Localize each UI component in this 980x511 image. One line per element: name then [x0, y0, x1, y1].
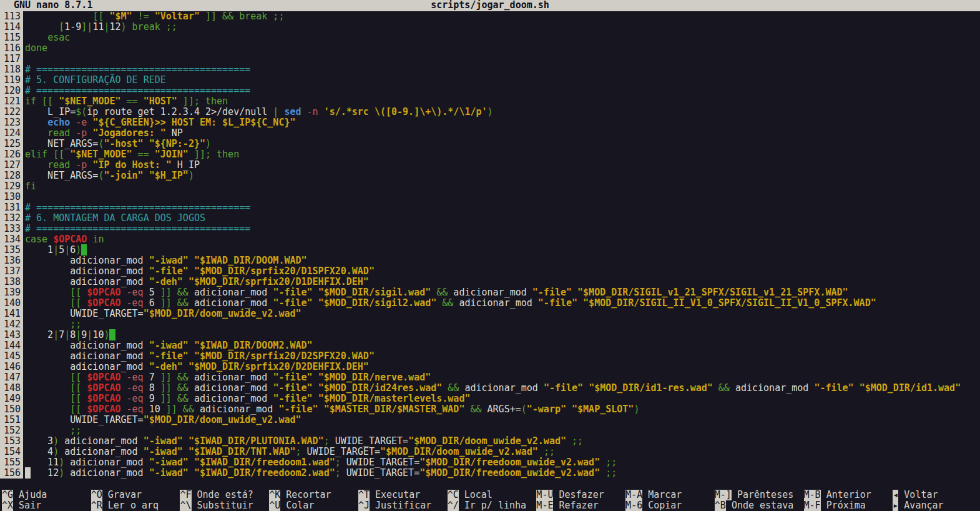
- shortcut-label: Ir p/ linha: [459, 500, 526, 511]
- code-line[interactable]: 131# ===================================…: [0, 202, 980, 213]
- code-line[interactable]: 140 [[ $OPCAO -eq 6 ]] && adicionar_mod …: [0, 298, 980, 309]
- shortcut-item: ◂ Voltar: [891, 490, 980, 500]
- code-line[interactable]: 125 NET_ARGS=("-host" "${NP:-2}"): [0, 139, 980, 149]
- code-line[interactable]: 137 adicionar_mod "-file" "$MOD_DIR/sprf…: [0, 266, 980, 277]
- code-line[interactable]: 149 [[ $OPCAO -eq 9 ]] && adicionar_mod …: [0, 394, 980, 404]
- code-line[interactable]: 136 adicionar_mod "-iwad" "$IWAD_DIR/DOO…: [0, 255, 980, 266]
- code-line[interactable]: 142 ;;: [0, 319, 980, 330]
- code-text: [[ $OPCAO -eq 6 ]] && adicionar_mod "-fi…: [23, 298, 876, 309]
- code-line[interactable]: 116done: [0, 43, 980, 54]
- title-bar: GNU nano 8.7.1 scripts/jogar_doom.sh: [0, 0, 980, 11]
- line-number: 128: [0, 171, 23, 181]
- editor-lines[interactable]: 113 [[ "$M" != "Voltar" ]] && break ;;11…: [0, 11, 980, 479]
- code-line[interactable]: 132# 6. MONTAGEM DA CARGA DOS JOGOS: [0, 213, 980, 224]
- code-line[interactable]: 122 L_IP=$(ip route get 1.2.3.4 2>/dev/n…: [0, 107, 980, 117]
- line-number: 142: [0, 319, 23, 330]
- shortcut-key: ◂: [893, 490, 898, 500]
- code-line[interactable]: 147 [[ $OPCAO -eq 7 ]] && adicionar_mod …: [0, 372, 980, 383]
- code-line[interactable]: 150 [[ $OPCAO -eq 10 ]] && adicionar_mod…: [0, 404, 980, 415]
- line-number: 116: [0, 43, 23, 54]
- shortcut-label: Desfazer: [553, 490, 604, 500]
- code-line[interactable]: 139 [[ $OPCAO -eq 5 ]] && adicionar_mod …: [0, 287, 980, 298]
- code-line[interactable]: 113 [[ "$M" != "Voltar" ]] && break ;;: [0, 11, 980, 22]
- code-line[interactable]: 156 12) adicionar_mod "-iwad" "$IWAD_DIR…: [0, 468, 980, 479]
- code-line[interactable]: 138 adicionar_mod "-deh" "$MOD_DIR/sprfi…: [0, 277, 980, 287]
- code-text: L_IP=$(ip route get 1.2.3.4 2>/dev/null …: [23, 107, 493, 117]
- code-line[interactable]: 153 3) adicionar_mod "-iwad" "$IWAD_DIR/…: [0, 436, 980, 447]
- code-text: [[ $OPCAO -eq 9 ]] && adicionar_mod "-fi…: [23, 394, 470, 404]
- code-line[interactable]: 114 [1-9]|11|12) break ;;: [0, 22, 980, 32]
- code-line[interactable]: 135 1|5|6): [0, 245, 980, 255]
- code-line[interactable]: 121if [[ "$NET_MODE" == "HOST" ]]; then: [0, 96, 980, 107]
- shortcut-key: M-]: [715, 490, 732, 500]
- code-line[interactable]: 141 UWIDE_TARGET="$MOD_DIR/doom_uwide_v2…: [0, 309, 980, 319]
- code-text: elif [[ "$NET_MODE" == "JOIN" ]]; then: [23, 149, 239, 160]
- code-line[interactable]: 128 NET_ARGS=("-join" "$H_IP"): [0, 171, 980, 181]
- code-line[interactable]: 152 ;;: [0, 425, 980, 436]
- shortcut-item: ^\ Substituir: [178, 500, 267, 511]
- shortcut-label: Próxima: [821, 500, 866, 511]
- code-text: 11) adicionar_mod "-iwad" "$IWAD_DIR/fre…: [23, 457, 617, 468]
- shortcut-key: M-F: [804, 500, 821, 511]
- code-text: # ======================================: [23, 86, 250, 96]
- code-line[interactable]: 151 UWIDE_TARGET="$MOD_DIR/doom_uwide_v2…: [0, 415, 980, 425]
- status-line: [0, 479, 980, 490]
- line-number: 126: [0, 149, 23, 160]
- code-line[interactable]: 144 adicionar_mod "-iwad" "$IWAD_DIR/DOO…: [0, 340, 980, 351]
- code-line[interactable]: 118# ===================================…: [0, 64, 980, 75]
- shortcut-item: M-F Próxima: [802, 500, 891, 511]
- code-text: adicionar_mod "-deh" "$MOD_DIR/sprfix20/…: [23, 362, 369, 372]
- line-number: 119: [0, 75, 23, 86]
- shortcut-label: Justificar: [370, 500, 431, 511]
- shortcut-key: ^X: [2, 500, 13, 511]
- code-line[interactable]: 154 4) adicionar_mod "-iwad" "$IWAD_DIR/…: [0, 447, 980, 457]
- code-text: [23, 192, 25, 202]
- shortcut-label: Voltar: [898, 490, 938, 500]
- code-line[interactable]: 124 read -p "Jogadores: " NP: [0, 128, 980, 139]
- code-line[interactable]: 148 [[ $OPCAO -eq 8 ]] && adicionar_mod …: [0, 383, 980, 394]
- code-line[interactable]: 115 esac: [0, 32, 980, 43]
- help-row-bottom: ^X Sair^R Ler o arq^\ Substituir^U Colar…: [0, 500, 980, 511]
- code-line[interactable]: 155 11) adicionar_mod "-iwad" "$IWAD_DIR…: [0, 457, 980, 468]
- line-number: 118: [0, 64, 23, 75]
- shortcut-item: M-6 Copiar: [624, 500, 713, 511]
- shortcut-label: Parênteses: [732, 490, 793, 500]
- shortcut-key: ^T: [358, 490, 370, 500]
- code-text: adicionar_mod "-iwad" "$IWAD_DIR/DOOM2.W…: [23, 340, 313, 351]
- code-text: 3) adicionar_mod "-iwad" "$IWAD_DIR/PLUT…: [23, 436, 583, 447]
- shortcut-key: M-E: [536, 500, 553, 511]
- code-line[interactable]: 129fi: [0, 181, 980, 192]
- code-line[interactable]: 133# ===================================…: [0, 224, 980, 234]
- line-number: 125: [0, 139, 23, 149]
- code-line[interactable]: 145 adicionar_mod "-file" "$MOD_DIR/sprf…: [0, 351, 980, 362]
- shortcut-item: M-A Marcar: [624, 490, 713, 500]
- shortcut-item: ^U Colar: [267, 500, 356, 511]
- code-line[interactable]: 127 read -p "IP do Host: " H_IP: [0, 160, 980, 171]
- code-line[interactable]: 117: [0, 54, 980, 64]
- code-line[interactable]: 130: [0, 192, 980, 202]
- shortcut-item: M-B Anterior: [802, 490, 891, 500]
- code-line[interactable]: 134case $OPCAO in: [0, 234, 980, 245]
- code-text: [[ $OPCAO -eq 5 ]] && adicionar_mod "-fi…: [23, 287, 848, 298]
- shortcut-item: ^G Ajuda: [0, 490, 89, 500]
- code-line[interactable]: 146 adicionar_mod "-deh" "$MOD_DIR/sprfi…: [0, 362, 980, 372]
- code-line[interactable]: 126elif [[ "$NET_MODE" == "JOIN" ]]; the…: [0, 149, 980, 160]
- shortcut-item: M-] Parênteses: [713, 490, 802, 500]
- code-line[interactable]: 119# 5. CONFIGURAÇÃO DE REDE: [0, 75, 980, 86]
- shortcut-key: M-A: [625, 490, 642, 500]
- line-number: 144: [0, 340, 23, 351]
- shortcut-key: M-U: [536, 490, 553, 500]
- code-text: 12) adicionar_mod "-iwad" "$IWAD_DIR/fre…: [23, 468, 617, 479]
- shortcut-key: ^O: [91, 490, 102, 500]
- shortcut-key: ^B: [715, 500, 726, 511]
- shortcut-label: Ler o arq: [102, 500, 159, 511]
- line-number: 115: [0, 32, 23, 43]
- line-number: 123: [0, 117, 23, 128]
- code-text: adicionar_mod "-deh" "$MOD_DIR/sprfix20/…: [23, 277, 369, 287]
- shortcut-label: Colar: [280, 500, 314, 511]
- code-line[interactable]: 143 2|7|8|9|10): [0, 330, 980, 340]
- shortcut-key: ^J: [358, 500, 370, 511]
- code-line[interactable]: 123 echo -e "${C_GREEN}>> HOST EM: $L_IP…: [0, 117, 980, 128]
- code-line[interactable]: 120# ===================================…: [0, 86, 980, 96]
- shortcut-key: ^/: [448, 500, 459, 511]
